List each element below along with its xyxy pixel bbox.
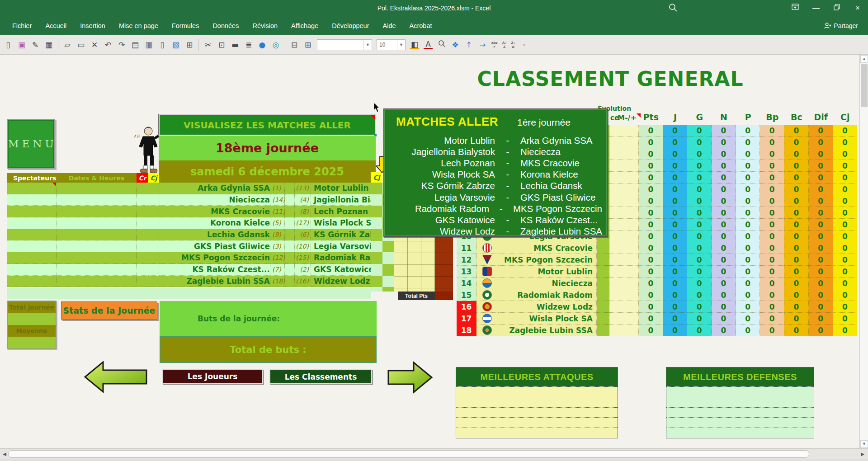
stats-journee-button[interactable]: Stats de la Journée xyxy=(61,301,157,320)
arrow-up-icon[interactable]: ↑ xyxy=(464,40,473,50)
bp-cell: 0 xyxy=(760,254,784,266)
cut-icon[interactable]: ✂ xyxy=(203,40,212,50)
scroll-left-icon[interactable]: ◀ xyxy=(1,450,8,458)
sort-za-icon[interactable]: Z↓A xyxy=(511,41,515,49)
borders-icon[interactable]: ⊞ xyxy=(185,40,194,50)
font-color-icon[interactable]: A xyxy=(424,41,433,49)
chart-icon[interactable]: ▧ xyxy=(171,40,180,50)
ribbon-tab[interactable]: Acrobat xyxy=(403,16,439,35)
mplus-cell xyxy=(609,301,639,313)
zoom-icon[interactable] xyxy=(437,40,446,50)
fill-color-icon[interactable]: ◧ xyxy=(410,41,419,49)
journee-banner: 18ème journée xyxy=(159,136,376,160)
ribbon-tab[interactable]: Développeur xyxy=(325,16,376,35)
new-file-icon[interactable]: ▯ xyxy=(4,40,13,50)
spectateurs-cell xyxy=(7,229,57,241)
ribbon-tab[interactable]: Formules xyxy=(165,16,206,35)
copy-icon[interactable]: ⊡ xyxy=(217,40,226,50)
style-combobox[interactable]: ▼ xyxy=(317,39,372,50)
horizontal-scrollbar[interactable]: ◀ ▶ xyxy=(0,448,868,459)
save-icon[interactable]: ▣ xyxy=(17,40,26,50)
scroll-up-icon[interactable]: ▲ xyxy=(860,55,868,63)
les-classements-button[interactable]: Les Classements xyxy=(269,369,372,384)
n-cell: 0 xyxy=(712,125,736,136)
ellipse-icon[interactable]: ◎ xyxy=(271,40,280,50)
spell-check-icon[interactable]: abc✓ xyxy=(491,41,498,49)
p-cell: 0 xyxy=(736,266,760,278)
chevron-down-icon[interactable]: ▼ xyxy=(397,40,405,50)
undo-icon[interactable]: ↶ xyxy=(104,40,113,50)
hierarchy-icon[interactable]: ❖ xyxy=(451,40,460,50)
vertical-scroll-thumb[interactable] xyxy=(861,64,868,107)
spectateurs-cell xyxy=(7,206,57,217)
dif-cell: 0 xyxy=(809,148,833,160)
ribbon-display-options-icon[interactable] xyxy=(785,0,806,16)
ribbon-tab[interactable]: Données xyxy=(206,16,245,35)
team-cell: Nieciecza xyxy=(498,278,597,289)
home-rank: (9) xyxy=(270,229,285,241)
cr-cell xyxy=(137,194,148,206)
visualize-matches-button[interactable]: VISUALISEZ LES MATCHES ALLER xyxy=(159,114,376,136)
dif-cell: 0 xyxy=(809,242,833,254)
next-arrow-button[interactable] xyxy=(387,361,433,395)
away-rank: (4) xyxy=(295,194,311,206)
ribbon-tab[interactable]: Révision xyxy=(245,16,284,35)
matches-popup[interactable]: MATCHES ALLER 1ère journée Motor Lublin … xyxy=(383,108,608,237)
p-cell: 0 xyxy=(736,183,760,195)
dif-cell: 0 xyxy=(809,207,833,219)
restore-button[interactable] xyxy=(826,0,847,16)
popup-match-row: GKS Katowice - KS Raków Czest... xyxy=(389,214,602,226)
horizontal-scroll-thumb[interactable] xyxy=(8,450,809,458)
minimize-button[interactable]: — xyxy=(806,0,826,16)
les-joueurs-button[interactable]: Les Joueurs xyxy=(162,369,263,384)
rank-cell: 16 xyxy=(457,301,476,313)
sort-az-icon[interactable]: A↓Z xyxy=(502,41,507,49)
bp-cell: 0 xyxy=(760,301,784,313)
toolbar-overflow-icon[interactable]: ▿ xyxy=(519,40,528,50)
scroll-right-icon[interactable]: ▶ xyxy=(859,450,866,458)
g-cell: 0 xyxy=(687,278,712,289)
font-size-combobox[interactable]: 10▼ xyxy=(377,39,406,50)
print-preview-icon[interactable]: ▥ xyxy=(144,40,153,50)
ribbon-tab[interactable]: Mise en page xyxy=(112,16,165,35)
print-icon[interactable]: ▤ xyxy=(131,40,140,50)
ribbon-tab[interactable]: Aide xyxy=(376,16,402,35)
new-folder-icon[interactable]: ▭ xyxy=(76,40,85,50)
away-rank: (8) xyxy=(295,206,311,217)
merge-cells-icon[interactable]: ⊞ xyxy=(303,40,312,50)
arrow-right-icon[interactable]: → xyxy=(478,40,487,50)
total-pts-label: Total Pts xyxy=(398,292,435,300)
rank-cell: 15 xyxy=(457,289,476,301)
circle-icon[interactable]: ● xyxy=(258,40,267,50)
close-button[interactable]: × xyxy=(847,0,868,16)
ribbon-tab[interactable]: Fichier xyxy=(5,16,39,35)
page-icon[interactable]: ▯ xyxy=(158,40,167,50)
menu-button[interactable]: MENU xyxy=(7,119,55,169)
share-button[interactable]: Partager xyxy=(824,16,858,35)
n-cell: 0 xyxy=(712,301,736,313)
ribbon-tab[interactable]: Insertion xyxy=(73,16,112,35)
note-icon[interactable]: ≣ xyxy=(244,40,253,50)
grid-icon[interactable]: ▦ xyxy=(44,40,53,50)
mplus-cell xyxy=(609,230,639,242)
home-team: Nieciecza xyxy=(159,194,270,206)
save-as-icon[interactable]: ✎ xyxy=(31,40,40,50)
redo-icon[interactable]: ↷ xyxy=(117,40,126,50)
popup-away-team: Lechia Gdansk xyxy=(520,180,602,191)
open-folder-icon[interactable]: ▱ xyxy=(63,40,72,50)
away-rank: (17) xyxy=(295,217,311,229)
svg-text:♪♫: ♪♫ xyxy=(134,133,140,138)
scroll-down-icon[interactable]: ▼ xyxy=(860,440,868,448)
ribbon-tab[interactable]: Accueil xyxy=(39,16,74,35)
previous-arrow-button[interactable] xyxy=(84,361,147,395)
search-icon[interactable] xyxy=(668,3,680,14)
chevron-down-icon[interactable]: ▼ xyxy=(363,40,372,50)
club-logo xyxy=(482,243,492,253)
format-painter-icon[interactable]: ▬ xyxy=(231,40,240,50)
totals-block: Total journée Moyenne xyxy=(7,301,57,349)
cell-style-icon[interactable]: ⊟ xyxy=(290,40,299,50)
ribbon-tab[interactable]: Affichage xyxy=(284,16,325,35)
vertical-scrollbar[interactable]: ▲ ▼ xyxy=(859,55,868,448)
delete-icon[interactable]: ✕ xyxy=(90,40,99,50)
cj-cell: 0 xyxy=(833,195,858,207)
